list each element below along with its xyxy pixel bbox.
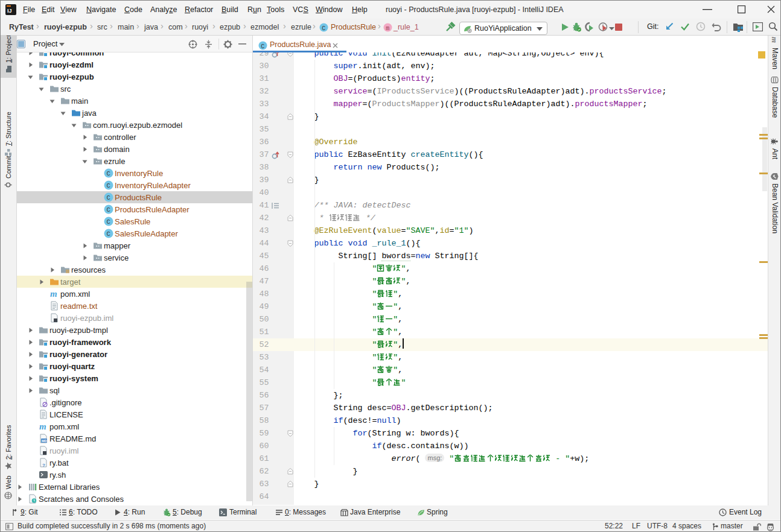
svg-text:C: C	[107, 194, 110, 201]
svg-text:C: C	[107, 206, 110, 214]
svg-text:IJ: IJ	[7, 8, 12, 14]
svg-text:m: m	[771, 37, 779, 43]
svg-text:C: C	[107, 170, 110, 177]
svg-text:C: C	[261, 43, 264, 50]
svg-text:C: C	[107, 182, 110, 189]
svg-text:C: C	[107, 230, 110, 238]
svg-text:m: m	[386, 25, 389, 32]
svg-text:C: C	[107, 218, 110, 226]
svg-text:MD: MD	[42, 439, 47, 443]
svg-text:C: C	[322, 25, 325, 32]
svg-text:m: m	[50, 289, 57, 299]
svg-text:?: ?	[42, 463, 45, 468]
svg-text:m: m	[39, 422, 46, 431]
